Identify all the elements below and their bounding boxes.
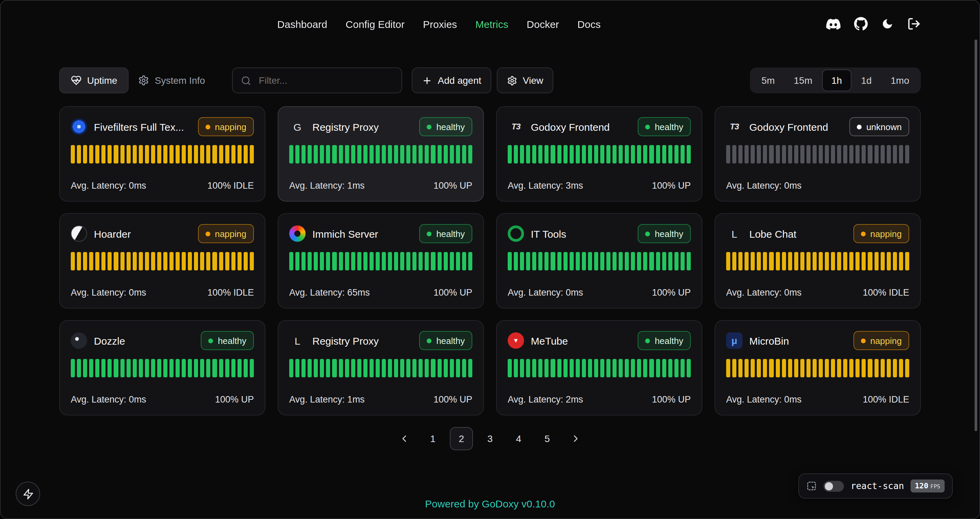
theme-toggle-moon-icon[interactable]: [881, 18, 894, 30]
tab-uptime[interactable]: Uptime: [59, 67, 129, 93]
uptime-bar: [899, 145, 903, 163]
service-card[interactable]: T3 Godoxy Frontend healthy Avg. Latency:…: [496, 106, 702, 201]
uptime-bar: [182, 252, 186, 270]
uptime-bar: [687, 252, 691, 270]
service-card[interactable]: Fivefilters Full Tex... napping Avg. Lat…: [59, 106, 266, 201]
uptime-bar: [732, 145, 737, 163]
uptime-bars: [726, 359, 909, 377]
nav-config-editor[interactable]: Config Editor: [346, 18, 404, 30]
latency-label: Avg. Latency: 2ms: [508, 394, 583, 404]
card-footer: Avg. Latency: 0ms 100% IDLE: [71, 287, 254, 298]
tab-system-info[interactable]: System Info: [129, 67, 215, 93]
service-card[interactable]: ▼ MeTube healthy Avg. Latency: 2ms 100% …: [496, 320, 702, 415]
service-card[interactable]: T3 Godoxy Frontend unknown Avg. Latency:…: [714, 106, 921, 201]
service-name: Registry Proxy: [312, 335, 412, 347]
card-footer: Avg. Latency: 65ms 100% UP: [289, 287, 472, 298]
service-name: Immich Server: [312, 228, 412, 240]
page-2[interactable]: 2: [450, 427, 473, 450]
uptime-bar: [619, 252, 623, 270]
uptime-bar: [745, 359, 749, 377]
uptime-bar: [600, 145, 605, 163]
uptime-bar: [514, 145, 518, 163]
time-range-1mo[interactable]: 1mo: [881, 69, 919, 91]
godoxy-brand-link[interactable]: GoDoxy: [482, 498, 519, 509]
service-card[interactable]: G Registry Proxy healthy Avg. Latency: 1…: [278, 106, 484, 201]
uptime-bar: [132, 252, 137, 270]
nav-proxies[interactable]: Proxies: [423, 18, 457, 30]
powered-by-text: Powered by: [425, 498, 479, 509]
discord-icon[interactable]: [826, 17, 840, 31]
uptime-bar: [726, 359, 730, 377]
status-badge: healthy: [201, 331, 254, 350]
uptime-bar: [819, 145, 823, 163]
uptime-bar: [757, 145, 761, 163]
uptime-bar: [831, 252, 835, 270]
filter-input[interactable]: [258, 74, 394, 86]
card-header: Immich Server healthy: [289, 224, 472, 243]
pagination: 12345: [1, 427, 979, 450]
scrollbar-thumb[interactable]: [975, 40, 977, 431]
page-4[interactable]: 4: [507, 427, 530, 450]
service-card[interactable]: Hoarder napping Avg. Latency: 0ms 100% I…: [59, 213, 266, 308]
service-card[interactable]: IT Tools healthy Avg. Latency: 0ms 100% …: [496, 213, 702, 308]
nav-docs[interactable]: Docs: [578, 18, 601, 30]
add-agent-button[interactable]: Add agent: [412, 67, 492, 93]
uptime-bar: [108, 359, 112, 377]
time-range-15m[interactable]: 15m: [784, 69, 822, 91]
uptime-bar: [569, 359, 573, 377]
github-icon[interactable]: [854, 17, 868, 30]
page-3[interactable]: 3: [479, 427, 501, 450]
service-card[interactable]: Immich Server healthy Avg. Latency: 65ms…: [278, 213, 484, 308]
status-label: healthy: [218, 335, 247, 346]
uptime-bar: [289, 252, 293, 270]
service-card[interactable]: μ MicroBin napping Avg. Latency: 0ms 100…: [714, 320, 921, 415]
fivefilters-icon: [71, 118, 87, 135]
time-range-5m[interactable]: 5m: [752, 69, 784, 91]
uptime-bar: [892, 359, 897, 377]
service-card[interactable]: L Registry Proxy healthy Avg. Latency: 1…: [278, 320, 484, 415]
logout-icon[interactable]: [907, 17, 921, 30]
uptime-bar: [394, 359, 398, 377]
registry-proxy-icon: L: [289, 332, 305, 349]
uptime-bars: [508, 145, 691, 163]
uptime-bar: [77, 252, 81, 270]
latency-label: Avg. Latency: 0ms: [508, 287, 583, 298]
page-5[interactable]: 5: [536, 427, 559, 450]
card-header: L Lobe Chat napping: [726, 224, 909, 243]
uptime-bar: [508, 145, 512, 163]
chevron-right-icon[interactable]: [564, 427, 587, 450]
uptime-bar: [382, 359, 386, 377]
uptime-bar: [520, 359, 524, 377]
uptime-bar: [732, 359, 737, 377]
uptime-bar: [132, 359, 137, 377]
time-range-1d[interactable]: 1d: [851, 69, 881, 91]
card-footer: Avg. Latency: 3ms 100% UP: [508, 180, 691, 191]
uptime-bar: [606, 359, 611, 377]
uptime-label: 100% UP: [434, 180, 472, 191]
react-scan-toggle[interactable]: [824, 481, 844, 492]
page-1[interactable]: 1: [421, 427, 444, 450]
uptime-bar: [508, 359, 512, 377]
uptime-bars: [508, 252, 691, 270]
service-card[interactable]: Dozzle healthy Avg. Latency: 0ms 100% UP: [59, 320, 266, 415]
uptime-bar: [151, 145, 155, 163]
uptime-bar: [301, 252, 305, 270]
chevron-left-icon[interactable]: [393, 427, 416, 450]
uptime-bar: [576, 252, 579, 270]
service-card[interactable]: L Lobe Chat napping Avg. Latency: 0ms 10…: [714, 213, 921, 308]
uptime-bar: [289, 359, 293, 377]
latency-label: Avg. Latency: 0ms: [726, 394, 802, 404]
view-button[interactable]: View: [497, 67, 553, 93]
immich-icon: [289, 225, 305, 242]
status-dot-icon: [645, 231, 650, 236]
card-header: G Registry Proxy healthy: [289, 117, 472, 136]
nav-docker[interactable]: Docker: [527, 18, 559, 30]
uptime-bar: [514, 252, 518, 270]
nav-metrics[interactable]: Metrics: [476, 18, 508, 30]
time-range-1h[interactable]: 1h: [822, 69, 851, 91]
card-footer: Avg. Latency: 0ms: [726, 180, 909, 191]
uptime-bar: [576, 359, 579, 377]
status-dot-icon: [861, 338, 865, 343]
uptime-bar: [837, 145, 841, 163]
nav-dashboard[interactable]: Dashboard: [277, 18, 327, 30]
